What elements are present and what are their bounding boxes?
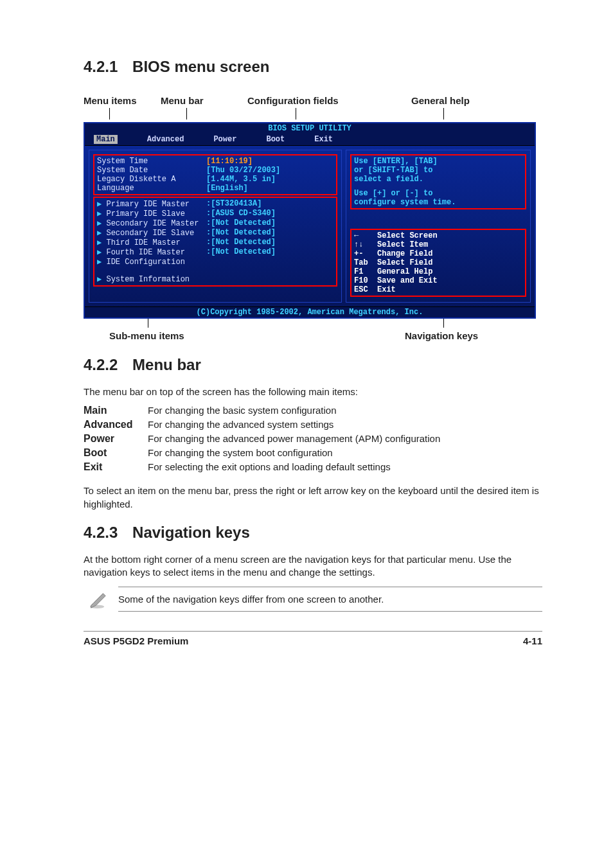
bios-item-primary-ide-master[interactable]: Primary IDE Master:[ST320413A] xyxy=(97,199,333,209)
section-4-2-2-heading: 4.2.2 Menu bar xyxy=(84,356,542,374)
def-exit: ExitFor selecting the exit options and l… xyxy=(84,461,542,473)
note-text: Some of the navigation keys differ from … xyxy=(118,587,542,612)
page-footer: ASUS P5GD2 Premium 4-11 xyxy=(84,631,542,646)
section-number: 4.2.3 xyxy=(84,524,118,541)
pencil-icon xyxy=(87,590,107,609)
section-4-2-3-heading: 4.2.3 Navigation keys xyxy=(84,524,542,542)
bios-bottom-labels: Sub-menu items Navigation keys xyxy=(84,329,533,343)
label-menu-items: Menu items xyxy=(84,95,137,106)
bios-tab-power[interactable]: Power xyxy=(213,135,236,144)
bios-items-group: System Time[11:10:19] System Date[Thu 03… xyxy=(93,154,337,195)
nav-row: +-Change Field xyxy=(354,249,522,258)
nav-row: F10Save and Exit xyxy=(354,276,522,285)
nav-row: ESCExit xyxy=(354,285,522,294)
def-power: PowerFor changing the advanced power man… xyxy=(84,433,542,445)
label-submenu-items: Sub-menu items xyxy=(109,330,184,341)
bios-item-secondary-ide-slave[interactable]: Secondary IDE Slave:[Not Detected] xyxy=(97,228,333,238)
bios-tab-exit[interactable]: Exit xyxy=(314,135,333,144)
arrow-left-icon: ← xyxy=(354,231,377,240)
footer-right: 4-11 xyxy=(523,635,542,646)
bios-item-third-ide-master[interactable]: Third IDE Master:[Not Detected] xyxy=(97,238,333,247)
bios-item-fourth-ide-master[interactable]: Fourth IDE Master:[Not Detected] xyxy=(97,247,333,257)
section-title: BIOS menu screen xyxy=(132,58,269,75)
nav-row: ←Select Screen xyxy=(354,231,522,240)
help-line: select a field. xyxy=(354,175,522,184)
bios-top-labels: Menu items Menu bar Configuration fields… xyxy=(84,95,542,121)
bios-item-system-information[interactable]: System Information xyxy=(97,274,333,284)
def-boot: BootFor changing the system boot configu… xyxy=(84,447,542,459)
bios-tab-advanced[interactable]: Advanced xyxy=(147,135,184,144)
menubar-tip: To select an item on the menu bar, press… xyxy=(84,484,542,511)
navkeys-intro: At the bottom right corner of a menu scr… xyxy=(84,553,542,580)
bios-item-system-date[interactable]: System Date[Thu 03/27/2003] xyxy=(97,166,333,175)
section-number: 4.2.2 xyxy=(84,356,118,373)
bios-item-primary-ide-slave[interactable]: Primary IDE Slave:[ASUS CD-S340] xyxy=(97,209,333,218)
arrow-updown-icon: ↑↓ xyxy=(354,240,377,249)
label-menu-bar: Menu bar xyxy=(161,95,204,106)
bios-submenu-group: Primary IDE Master:[ST320413A] Primary I… xyxy=(93,197,337,287)
def-main: MainFor changing the basic system config… xyxy=(84,405,542,416)
help-line: or [SHIFT-TAB] to xyxy=(354,166,522,175)
bios-help-box: Use [ENTER], [TAB] or [SHIFT-TAB] to sel… xyxy=(350,154,526,209)
bios-item-language[interactable]: Language[English] xyxy=(97,184,333,193)
bios-menubar: Main Advanced Power Boot Exit xyxy=(85,134,535,146)
help-line: Use [+] or [-] to xyxy=(354,189,522,198)
menubar-intro: The menu bar on top of the screen has th… xyxy=(84,385,542,398)
nav-row: ↑↓Select Item xyxy=(354,240,522,249)
footer-left: ASUS P5GD2 Premium xyxy=(84,635,188,646)
label-navigation-keys: Navigation keys xyxy=(405,330,478,341)
note-box: Some of the navigation keys differ from … xyxy=(87,587,542,612)
help-line: configure system time. xyxy=(354,198,522,207)
bios-tab-main[interactable]: Main xyxy=(94,135,118,144)
nav-row: TabSelect Field xyxy=(354,258,522,267)
bios-item-diskette[interactable]: Legacy Diskette A[1.44M, 3.5 in] xyxy=(97,175,333,184)
bios-item-system-time[interactable]: System Time[11:10:19] xyxy=(97,157,333,166)
section-title: Navigation keys xyxy=(132,524,250,541)
bios-item-secondary-ide-master[interactable]: Secondary IDE Master:[Not Detected] xyxy=(97,218,333,228)
def-advanced: AdvancedFor changing the advanced system… xyxy=(84,419,542,430)
nav-row: F1General Help xyxy=(354,267,522,276)
label-config-fields: Configuration fields xyxy=(247,95,339,106)
section-4-2-1-heading: 4.2.1 BIOS menu screen xyxy=(84,58,542,76)
bios-item-ide-configuration[interactable]: IDE Configuration xyxy=(97,257,333,267)
bios-nav-legend: ←Select Screen ↑↓Select Item +-Change Fi… xyxy=(350,229,526,297)
help-line: Use [ENTER], [TAB] xyxy=(354,157,522,166)
label-general-help: General help xyxy=(411,95,470,106)
bios-tab-boot[interactable]: Boot xyxy=(266,135,285,144)
bios-bottom-ticks xyxy=(84,319,533,329)
menubar-definitions: MainFor changing the basic system config… xyxy=(84,405,542,473)
section-title: Menu bar xyxy=(132,356,201,373)
bios-screen: BIOS SETUP UTILITY Main Advanced Power B… xyxy=(84,122,536,319)
bios-title: BIOS SETUP UTILITY xyxy=(85,123,535,134)
section-number: 4.2.1 xyxy=(84,58,118,75)
bios-copyright: (C)Copyright 1985-2002, American Megatre… xyxy=(85,306,535,317)
